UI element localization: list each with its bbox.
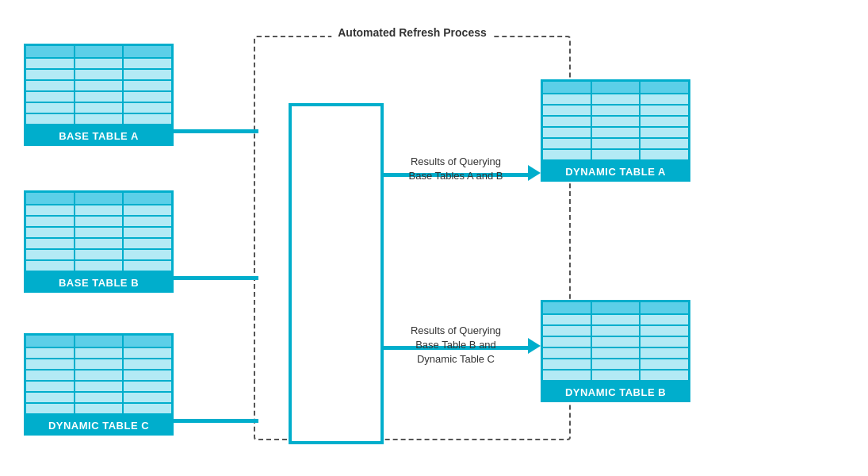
cell <box>640 105 689 116</box>
cell <box>75 238 124 249</box>
cell <box>75 216 124 227</box>
table-grid-dynamic-c <box>24 333 174 416</box>
process-box <box>289 103 384 444</box>
cell <box>640 138 689 149</box>
cell <box>123 45 172 58</box>
cell <box>591 301 640 314</box>
cell <box>640 94 689 105</box>
cell <box>123 403 172 414</box>
cell <box>640 325 689 336</box>
cell <box>123 113 172 125</box>
cell <box>640 370 689 381</box>
cell <box>591 81 640 94</box>
arrow-dynamic-c-horiz <box>174 419 258 423</box>
refresh-box-title: Automated Refresh Process <box>331 26 493 39</box>
cell <box>75 381 124 392</box>
table-grid-base-a <box>24 44 174 126</box>
cell <box>591 138 640 149</box>
cell <box>75 58 124 69</box>
table-grid-base-b <box>24 190 174 273</box>
cell <box>542 370 591 381</box>
cell <box>75 192 124 205</box>
cell <box>25 69 75 80</box>
cell <box>123 359 172 370</box>
cell <box>542 301 591 314</box>
cell <box>123 205 172 216</box>
cell <box>591 94 640 105</box>
cell <box>640 336 689 347</box>
cell <box>25 403 75 414</box>
cell <box>75 359 124 370</box>
cell <box>123 392 172 403</box>
cell <box>542 116 591 127</box>
cell <box>25 227 75 238</box>
cell <box>123 381 172 392</box>
dynamic-table-b-out-label: DYNAMIC TABLE B <box>541 382 690 402</box>
cell <box>123 58 172 69</box>
cell <box>123 216 172 227</box>
table-block-base-b: BASE TABLE B <box>24 190 174 293</box>
cell <box>25 192 75 205</box>
arrow-base-b-horiz <box>174 276 258 280</box>
cell <box>591 116 640 127</box>
cell <box>640 359 689 370</box>
cell <box>25 335 75 347</box>
cell <box>591 370 640 381</box>
cell <box>123 91 172 102</box>
cell <box>640 81 689 94</box>
cell <box>25 216 75 227</box>
cell <box>25 260 75 271</box>
cell <box>542 105 591 116</box>
cell <box>75 113 124 125</box>
cell <box>640 149 689 160</box>
cell <box>75 370 124 381</box>
cell <box>591 359 640 370</box>
cell <box>123 335 172 347</box>
cell <box>75 260 124 271</box>
arrowhead-top <box>528 165 541 181</box>
cell <box>25 392 75 403</box>
cell <box>591 105 640 116</box>
cell <box>25 91 75 102</box>
base-table-b-label: BASE TABLE B <box>24 273 174 293</box>
cell <box>75 347 124 359</box>
cell <box>591 336 640 347</box>
cell <box>542 138 591 149</box>
cell <box>75 249 124 260</box>
cell <box>75 403 124 414</box>
cell <box>123 80 172 91</box>
cell <box>75 91 124 102</box>
cell <box>542 149 591 160</box>
cell <box>640 347 689 359</box>
cell <box>75 205 124 216</box>
cell <box>75 392 124 403</box>
cell <box>123 370 172 381</box>
result-label-bottom: Results of Querying Base Table B and Dyn… <box>388 324 523 367</box>
cell <box>123 192 172 205</box>
base-table-a-label: BASE TABLE A <box>24 126 174 146</box>
cell <box>25 249 75 260</box>
cell <box>25 359 75 370</box>
cell <box>25 381 75 392</box>
diagram-container: Automated Refresh Process BAS <box>0 0 868 476</box>
cell <box>123 347 172 359</box>
table-block-base-a: BASE TABLE A <box>24 44 174 146</box>
table-grid-dynamic-a-out <box>541 79 690 162</box>
cell <box>640 127 689 138</box>
cell <box>640 301 689 314</box>
table-grid-dynamic-b-out <box>541 300 690 382</box>
cell <box>75 45 124 58</box>
table-block-dynamic-b-out: DYNAMIC TABLE B <box>541 300 690 402</box>
cell <box>25 58 75 69</box>
cell <box>75 102 124 113</box>
table-block-dynamic-c: DYNAMIC TABLE C <box>24 333 174 436</box>
cell <box>542 127 591 138</box>
cell <box>25 205 75 216</box>
dynamic-table-a-out-label: DYNAMIC TABLE A <box>541 162 690 182</box>
cell <box>25 113 75 125</box>
cell <box>542 336 591 347</box>
cell <box>542 314 591 325</box>
cell <box>542 325 591 336</box>
dynamic-table-c-label: DYNAMIC TABLE C <box>24 416 174 436</box>
cell <box>123 249 172 260</box>
